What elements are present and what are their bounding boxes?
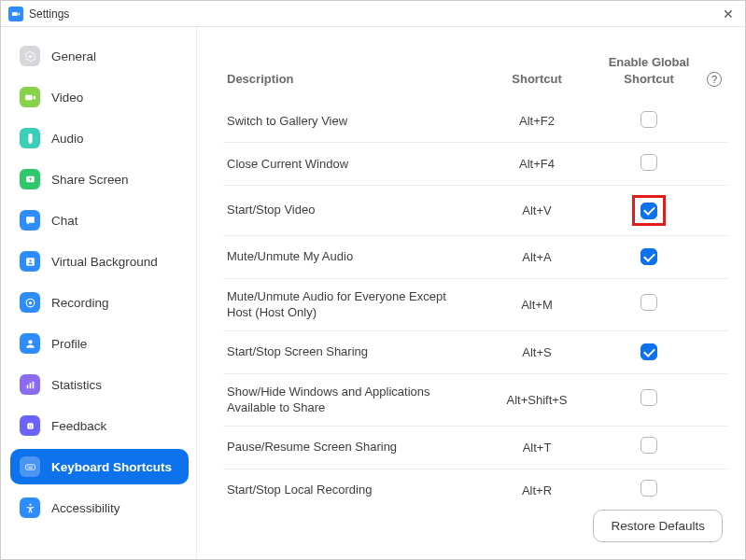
general-icon (20, 46, 40, 66)
titlebar: Settings ✕ (1, 1, 745, 27)
sidebar-item-share[interactable]: Share Screen (10, 161, 189, 197)
shortcut-key[interactable]: Alt+T (476, 441, 598, 455)
shortcut-description: Close Current Window (223, 156, 476, 173)
sidebar-item-label: Audio (51, 132, 84, 146)
sidebar-item-statistics[interactable]: Statistics (10, 367, 189, 402)
shortcut-description: Show/Hide Windows and Applications Avail… (223, 384, 476, 416)
enable-global-checkbox[interactable] (640, 248, 657, 265)
enable-global-checkbox[interactable] (640, 203, 657, 219)
svg-point-11 (28, 425, 29, 426)
help-icon[interactable]: ? (707, 72, 722, 87)
chat-icon (20, 210, 40, 231)
enable-cell (598, 480, 700, 497)
svg-point-5 (28, 301, 31, 303)
sidebar: GeneralVideoAudioShare ScreenChatVirtual… (1, 27, 197, 559)
sidebar-item-vb[interactable]: Virtual Background (10, 244, 189, 279)
svg-point-18 (29, 503, 31, 505)
shortcut-description: Start/Stop Screen Sharing (223, 343, 476, 360)
close-button[interactable]: ✕ (719, 5, 738, 23)
enable-cell (598, 154, 700, 175)
shortcut-row: Close Current WindowAlt+F4 (223, 143, 728, 186)
highlight-annotation (632, 195, 666, 226)
shortcut-row: Start/Stop Screen SharingAlt+S (223, 331, 728, 374)
enable-global-checkbox[interactable] (640, 480, 657, 497)
sidebar-item-general[interactable]: General (10, 38, 189, 74)
enable-cell (598, 389, 700, 410)
svg-rect-14 (27, 466, 28, 467)
sidebar-item-label: Profile (51, 337, 87, 351)
enable-global-checkbox[interactable] (640, 294, 657, 311)
shortcut-description: Mute/Unmute Audio for Everyone Except Ho… (223, 288, 476, 321)
enable-cell (598, 343, 700, 361)
svg-rect-9 (32, 381, 34, 388)
video-icon (20, 87, 40, 107)
sidebar-item-label: Keyboard Shortcuts (51, 460, 172, 474)
share-icon (20, 169, 40, 189)
sidebar-item-label: Statistics (51, 378, 102, 392)
svg-point-6 (28, 340, 32, 343)
window-title: Settings (29, 7, 69, 21)
footer: Restore Defaults (223, 497, 728, 559)
svg-point-0 (28, 54, 31, 57)
sidebar-item-label: Recording (51, 296, 109, 310)
sidebar-item-accessibility[interactable]: Accessibility (10, 490, 189, 525)
sidebar-item-recording[interactable]: Recording (10, 285, 189, 320)
sidebar-item-label: Virtual Background (51, 255, 158, 269)
shortcut-row: Mute/Unmute My AudioAlt+A (223, 236, 728, 279)
shortcut-key[interactable]: Alt+M (476, 298, 598, 312)
shortcut-list[interactable]: Switch to Gallery ViewAlt+F2Close Curren… (223, 100, 728, 497)
svg-rect-16 (31, 466, 32, 467)
sidebar-item-feedback[interactable]: Feedback (10, 408, 189, 443)
svg-rect-15 (29, 466, 30, 467)
shortcut-key[interactable]: Alt+V (476, 203, 598, 217)
enable-global-checkbox[interactable] (640, 343, 657, 360)
shortcut-row: Switch to Gallery ViewAlt+F2 (223, 100, 728, 143)
header-shortcut: Shortcut (512, 72, 561, 86)
svg-rect-10 (27, 423, 34, 429)
enable-cell (598, 195, 700, 226)
sidebar-item-label: Feedback (51, 419, 106, 433)
svg-rect-7 (26, 385, 28, 388)
shortcut-key[interactable]: Alt+R (476, 483, 598, 497)
sidebar-item-keyboard[interactable]: Keyboard Shortcuts (10, 449, 189, 484)
sidebar-item-video[interactable]: Video (10, 79, 189, 115)
shortcut-key[interactable]: Alt+A (476, 250, 598, 264)
profile-icon (20, 333, 40, 354)
enable-global-checkbox[interactable] (640, 437, 657, 454)
shortcut-row: Start/Stop VideoAlt+V (223, 186, 728, 236)
shortcut-description: Start/Stop Local Recording (223, 482, 476, 497)
sidebar-item-label: Chat (51, 214, 78, 228)
audio-icon (20, 128, 40, 148)
shortcut-row: Pause/Resume Screen SharingAlt+T (223, 427, 728, 469)
sidebar-item-audio[interactable]: Audio (10, 120, 189, 156)
sidebar-item-profile[interactable]: Profile (10, 326, 189, 361)
sidebar-item-chat[interactable]: Chat (10, 203, 189, 238)
shortcut-row: Mute/Unmute Audio for Everyone Except Ho… (223, 279, 728, 331)
enable-cell (598, 437, 700, 457)
statistics-icon (20, 374, 40, 395)
svg-point-3 (29, 259, 31, 261)
shortcut-key[interactable]: Alt+F4 (476, 157, 598, 171)
sidebar-item-label: Accessibility (51, 501, 120, 515)
shortcut-key[interactable]: Alt+S (476, 345, 598, 359)
restore-defaults-button[interactable]: Restore Defaults (593, 510, 723, 542)
shortcut-description: Start/Stop Video (223, 202, 476, 218)
keyboard-icon (20, 456, 40, 477)
shortcut-key[interactable]: Alt+Shift+S (476, 393, 598, 407)
enable-cell (598, 294, 700, 315)
enable-cell (598, 248, 700, 266)
shortcut-description: Mute/Unmute My Audio (223, 248, 476, 265)
feedback-icon (20, 415, 40, 436)
enable-global-checkbox[interactable] (640, 389, 657, 406)
shortcut-description: Pause/Resume Screen Sharing (223, 439, 476, 455)
enable-cell (598, 111, 700, 132)
enable-global-checkbox[interactable] (640, 154, 657, 171)
sidebar-item-label: Share Screen (51, 173, 129, 187)
table-header: Description Shortcut Enable Global Short… (223, 27, 728, 100)
enable-global-checkbox[interactable] (640, 111, 657, 128)
shortcut-row: Start/Stop Local RecordingAlt+R (223, 469, 728, 497)
main-layout: GeneralVideoAudioShare ScreenChatVirtual… (1, 27, 745, 559)
shortcut-key[interactable]: Alt+F2 (476, 114, 598, 128)
shortcut-row: Show/Hide Windows and Applications Avail… (223, 374, 728, 427)
svg-rect-17 (28, 468, 32, 469)
